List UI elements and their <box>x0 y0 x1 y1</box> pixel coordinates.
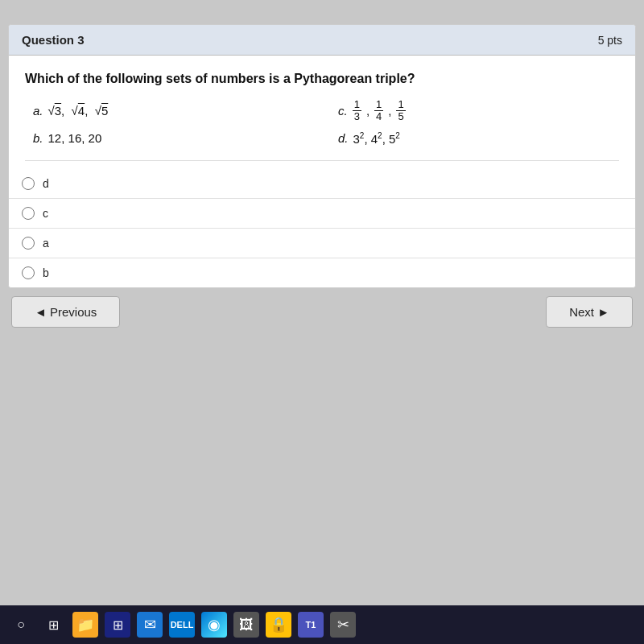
quiz-body: Which of the following sets of numbers i… <box>9 56 635 169</box>
answer-c-label: c. <box>338 104 348 118</box>
question-points: 5 pts <box>598 34 622 47</box>
answer-a: a. √3, √4, √5 <box>33 99 306 123</box>
taskbar-folder-icon[interactable]: 📁 <box>72 612 98 638</box>
radio-b[interactable] <box>22 266 35 279</box>
taskbar-windows-icon[interactable]: ⊞ <box>105 612 130 638</box>
radio-d[interactable] <box>22 177 35 190</box>
answer-c-math: 1 3 , 1 4 , 1 5 <box>353 99 406 123</box>
radio-option-d[interactable]: d <box>9 169 635 199</box>
fraction-3: 1 5 <box>396 99 405 123</box>
fraction-1: 1 3 <box>353 99 361 123</box>
taskbar-edge-icon[interactable]: ◉ <box>201 612 227 638</box>
answer-d-math: 32, 42, 52 <box>353 131 400 146</box>
answer-b-math: 12, 16, 20 <box>48 131 102 145</box>
divider-top <box>25 160 619 161</box>
taskbar-widget-icon[interactable]: ⊞ <box>40 612 66 638</box>
fraction-2: 1 4 <box>374 99 383 123</box>
radio-a-label: a <box>43 237 49 250</box>
nav-bar: ◄ Previous Next ► <box>8 296 636 328</box>
previous-button[interactable]: ◄ Previous <box>11 296 120 328</box>
radio-c-label: c <box>43 207 48 220</box>
radio-options-container: d c a b <box>9 169 635 287</box>
radio-d-label: d <box>43 177 49 190</box>
radio-c[interactable] <box>22 207 35 220</box>
next-button[interactable]: Next ► <box>546 296 633 328</box>
taskbar-dell-icon[interactable]: DELL <box>169 612 195 638</box>
taskbar-snip-icon[interactable]: ✂ <box>330 612 356 638</box>
taskbar-search-icon[interactable]: ○ <box>8 612 34 638</box>
answer-d: d. 32, 42, 52 <box>338 131 611 146</box>
answer-c: c. 1 3 , 1 4 , 1 5 <box>338 99 611 123</box>
answer-a-label: a. <box>33 104 43 118</box>
answer-b-label: b. <box>33 131 43 145</box>
radio-b-label: b <box>43 266 49 279</box>
answer-a-math: √3, √4, √5 <box>48 104 109 118</box>
taskbar-photo-icon[interactable]: 🖼 <box>233 612 259 638</box>
quiz-container: Question 3 5 pts Which of the following … <box>8 24 636 288</box>
taskbar: ○ ⊞ 📁 ⊞ ✉ DELL ◉ 🖼 🔒 T1 ✂ <box>0 605 644 644</box>
radio-option-a[interactable]: a <box>9 229 635 258</box>
quiz-header: Question 3 5 pts <box>9 25 635 56</box>
answer-b: b. 12, 16, 20 <box>33 131 306 146</box>
radio-option-b[interactable]: b <box>9 258 635 287</box>
taskbar-mail-icon[interactable]: ✉ <box>137 612 163 638</box>
question-text: Which of the following sets of numbers i… <box>25 72 619 86</box>
radio-option-c[interactable]: c <box>9 199 635 229</box>
taskbar-security-icon[interactable]: 🔒 <box>266 612 291 638</box>
answer-grid: a. √3, √4, √5 c. 1 3 , 1 <box>25 99 619 146</box>
radio-a[interactable] <box>22 237 35 250</box>
answer-d-label: d. <box>338 131 349 145</box>
taskbar-teams-icon[interactable]: T1 <box>298 612 324 638</box>
question-title: Question 3 <box>22 33 85 47</box>
